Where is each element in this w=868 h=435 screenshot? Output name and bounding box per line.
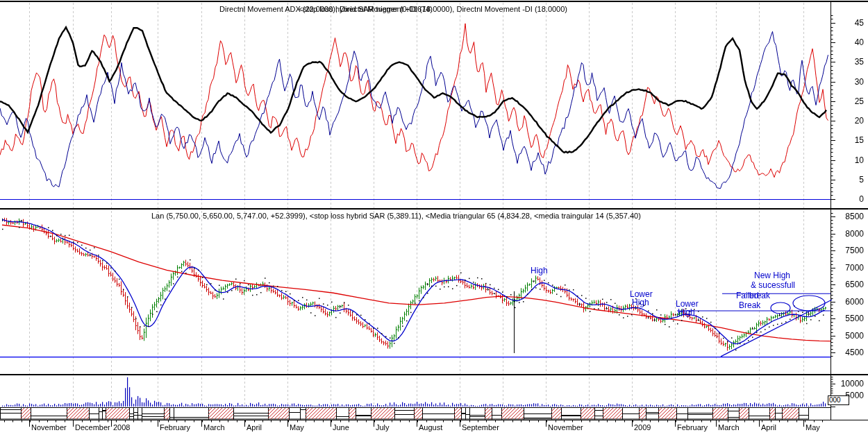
month-label: November xyxy=(548,423,583,432)
adx-axis-tick-label: 10 xyxy=(833,155,864,165)
month-label: December xyxy=(75,423,110,432)
adx-axis-tick-label: 35 xyxy=(833,57,864,67)
month-label: 2009 xyxy=(634,423,651,432)
price-axis-tick-label: 5000 xyxy=(833,331,864,341)
month-label: July xyxy=(376,423,390,432)
month-label: August xyxy=(419,423,442,432)
adx-axis-tick-label: 25 xyxy=(833,96,864,106)
price-axis-tick-label: 7000 xyxy=(833,263,864,273)
month-label: May xyxy=(290,423,304,432)
price-axis-tick-label: 8000 xyxy=(833,229,864,239)
volume-axis-tick-label: 10000 xyxy=(833,379,864,389)
price-annotation: High xyxy=(632,298,649,307)
month-label: November xyxy=(31,423,67,432)
price-annotation: New High xyxy=(754,271,790,280)
indicator-title-overlay: <stop loss hybrid SAR trigger (0.01674) xyxy=(299,5,433,13)
month-label: May xyxy=(806,423,820,432)
indicator-title: Directnl Movement ADX (22.0000), Directn… xyxy=(219,5,567,13)
price-annotation: High xyxy=(531,266,548,275)
month-label: March xyxy=(203,423,225,432)
month-label: March xyxy=(718,423,740,432)
price-annotation: Break xyxy=(739,300,760,310)
price-annotation: High xyxy=(678,307,695,317)
month-label: February xyxy=(160,423,190,432)
price-annotation: break xyxy=(749,291,770,300)
month-label: February xyxy=(677,423,708,432)
price-axis-tick-label: 8500 xyxy=(833,212,864,221)
price-axis-tick-label: 6000 xyxy=(833,297,864,307)
price-annotation: & sucessfull xyxy=(751,280,795,290)
price-axis-tick-label: 5500 xyxy=(833,314,864,323)
adx-axis-tick-label: 0 xyxy=(833,194,864,204)
adx-axis-tick-label: 5 xyxy=(833,175,864,185)
month-label: 2008 xyxy=(113,423,130,432)
month-label: April xyxy=(761,423,776,432)
month-label: September xyxy=(462,423,499,432)
adx-axis-tick-label: 45 xyxy=(833,18,864,28)
adx-axis-tick-label: 30 xyxy=(833,77,864,87)
price-axis-tick-label: 6500 xyxy=(833,280,864,289)
trading-chart-window: Directnl Movement ADX (22.0000), Directn… xyxy=(0,0,868,435)
price-axis-tick-label: 7500 xyxy=(833,246,864,255)
price-title: Lan (5,750.00, 5,650.00, 5,747.00, +52.3… xyxy=(151,212,641,220)
price-axis-tick-label: 4500 xyxy=(833,348,864,357)
month-label: June xyxy=(333,423,349,432)
volume-label-box[interactable]: 000 xyxy=(828,395,849,405)
adx-axis-tick-label: 40 xyxy=(833,37,864,47)
month-label: April xyxy=(247,423,262,432)
adx-axis-tick-label: 20 xyxy=(833,116,864,126)
adx-axis-tick-label: 15 xyxy=(833,135,864,145)
